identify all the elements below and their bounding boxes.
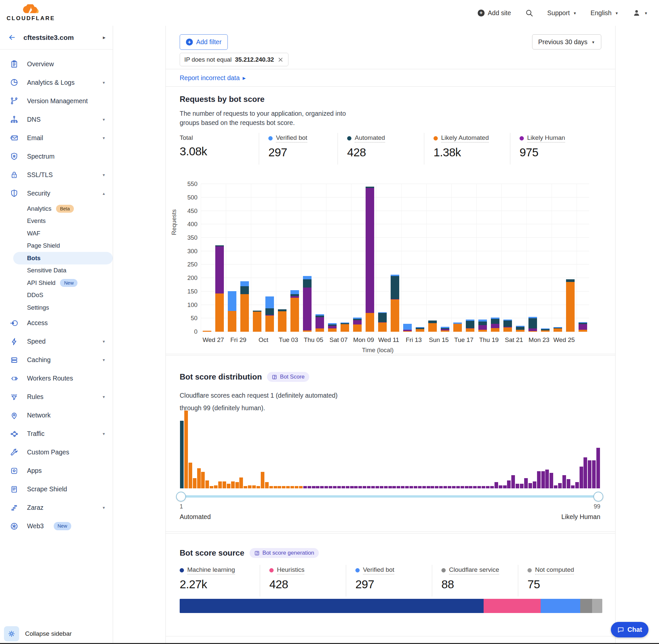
sidebar-item-waf[interactable]: WAF: [0, 227, 113, 240]
histogram-bar[interactable]: [571, 485, 574, 488]
bar-segment-automated[interactable]: [253, 310, 261, 312]
histogram-bar[interactable]: [545, 469, 549, 488]
bar-segment-automated[interactable]: [579, 323, 587, 324]
source-segment-cloudflare-service[interactable]: [580, 599, 592, 613]
bar-segment-verified-bot[interactable]: [453, 322, 462, 324]
histogram-bar[interactable]: [558, 483, 562, 489]
histogram-bar[interactable]: [282, 486, 285, 488]
histogram-bar[interactable]: [427, 486, 430, 488]
histogram-bar[interactable]: [520, 484, 523, 488]
bar-segment-automated[interactable]: [516, 327, 524, 329]
histogram-bar[interactable]: [528, 483, 532, 489]
sidebar-item-api-shield[interactable]: API ShieldNew: [0, 277, 113, 289]
stat-label[interactable]: Likely Automated: [433, 134, 489, 142]
sidebar-item-overview[interactable]: Overview: [0, 55, 113, 73]
histogram-bar[interactable]: [227, 484, 231, 488]
stat-label[interactable]: Verified bot: [268, 134, 307, 142]
time-range-select[interactable]: Previous 30 days ▼: [532, 34, 601, 49]
histogram-bar[interactable]: [235, 482, 239, 488]
bar-segment-likely-automated[interactable]: [391, 299, 399, 332]
bar-segment-likely-automated[interactable]: [554, 328, 562, 332]
bar-segment-verified-bot[interactable]: [403, 324, 412, 330]
bar-segment-likely-human[interactable]: [403, 330, 412, 331]
sidebar-item-access[interactable]: Access: [0, 314, 113, 332]
slider-handle-min[interactable]: [176, 492, 186, 502]
histogram-bar[interactable]: [346, 486, 349, 488]
bar-segment-automated[interactable]: [328, 324, 336, 326]
bar-segment-verified-bot[interactable]: [416, 327, 424, 328]
site-row[interactable]: cftestsite3.com ▸: [0, 26, 113, 49]
histogram-bar[interactable]: [342, 486, 345, 488]
bar-segment-likely-human[interactable]: [303, 288, 311, 330]
histogram-bar[interactable]: [316, 486, 320, 488]
sidebar-item-ddos[interactable]: DDoS: [0, 289, 113, 302]
sidebar-item-settings[interactable]: Settings: [0, 301, 113, 314]
bar-segment-likely-automated[interactable]: [303, 330, 311, 332]
histogram-bar[interactable]: [231, 481, 235, 488]
histogram-bar[interactable]: [376, 486, 379, 488]
source-segment-heuristics[interactable]: [484, 599, 541, 613]
histogram-bar[interactable]: [290, 486, 294, 488]
bar-segment-likely-automated[interactable]: [566, 282, 574, 332]
bar-segment-likely-automated[interactable]: [265, 316, 274, 332]
sidebar-item-workers-routes[interactable]: Workers Routes: [0, 369, 113, 388]
bar-segment-likely-human[interactable]: [290, 296, 299, 298]
histogram-bar[interactable]: [409, 486, 413, 488]
histogram-bar[interactable]: [452, 486, 455, 488]
bar-segment-automated[interactable]: [428, 321, 437, 323]
bar-segment-likely-human[interactable]: [265, 315, 274, 316]
histogram-bar[interactable]: [333, 486, 336, 488]
bar-segment-automated[interactable]: [353, 319, 362, 320]
bar-segment-likely-automated[interactable]: [478, 330, 487, 332]
bar-segment-verified-bot[interactable]: [353, 318, 362, 319]
histogram-bar[interactable]: [371, 486, 375, 488]
bar-segment-automated[interactable]: [466, 321, 474, 328]
sidebar-item-bots[interactable]: Bots: [13, 252, 113, 264]
histogram-bar[interactable]: [541, 471, 545, 488]
histogram-bar[interactable]: [469, 486, 472, 488]
sidebar-item-caching[interactable]: Caching▾: [0, 351, 113, 369]
bar-segment-automated[interactable]: [340, 323, 349, 324]
bar-segment-likely-human[interactable]: [391, 299, 399, 299]
chat-button[interactable]: Chat: [611, 622, 649, 638]
support-menu[interactable]: Support ▼: [547, 9, 576, 17]
histogram-bar[interactable]: [362, 486, 366, 488]
histogram-bar[interactable]: [324, 486, 328, 488]
bar-segment-verified-bot[interactable]: [516, 326, 524, 327]
bar-segment-likely-automated[interactable]: [253, 312, 261, 332]
histogram-bar[interactable]: [299, 486, 303, 488]
histogram-bar[interactable]: [197, 468, 201, 488]
bar-segment-verified-bot[interactable]: [478, 320, 487, 322]
bar-segment-automated[interactable]: [541, 329, 549, 330]
histogram-bar[interactable]: [422, 486, 426, 488]
bar-segment-likely-human[interactable]: [328, 326, 336, 328]
collapse-sidebar[interactable]: Collapse sidebar: [4, 626, 72, 641]
bar-segment-verified-bot[interactable]: [378, 312, 387, 313]
bar-segment-likely-automated[interactable]: [378, 322, 387, 332]
bar-segment-verified-bot[interactable]: [491, 318, 499, 319]
bar-segment-likely-automated[interactable]: [340, 324, 349, 332]
histogram-bar[interactable]: [507, 480, 511, 488]
bar-segment-likely-automated[interactable]: [366, 313, 374, 332]
histogram-bar[interactable]: [350, 486, 354, 488]
language-menu[interactable]: English ▼: [590, 9, 618, 17]
bar-segment-likely-human[interactable]: [215, 246, 224, 294]
histogram-bar[interactable]: [278, 486, 281, 488]
bar-segment-verified-bot[interactable]: [554, 327, 562, 328]
bar-segment-automated[interactable]: [278, 309, 286, 312]
search-button[interactable]: [525, 8, 534, 17]
histogram-bar[interactable]: [261, 472, 264, 488]
histogram-bar[interactable]: [499, 485, 502, 488]
histogram-bar[interactable]: [405, 486, 409, 488]
slider-handle-max[interactable]: [593, 492, 603, 502]
histogram-bar[interactable]: [554, 485, 558, 488]
bar-segment-likely-automated[interactable]: [228, 311, 236, 332]
back-arrow-icon[interactable]: [8, 33, 16, 42]
bar-segment-verified-bot[interactable]: [391, 275, 399, 276]
bar-segment-likely-automated[interactable]: [441, 330, 449, 332]
histogram-bar[interactable]: [303, 486, 307, 488]
bar-segment-automated[interactable]: [416, 328, 424, 329]
sidebar-item-sensitive-data[interactable]: Sensitive Data: [0, 264, 113, 277]
bar-segment-automated[interactable]: [491, 319, 499, 324]
histogram-bar[interactable]: [210, 486, 213, 488]
